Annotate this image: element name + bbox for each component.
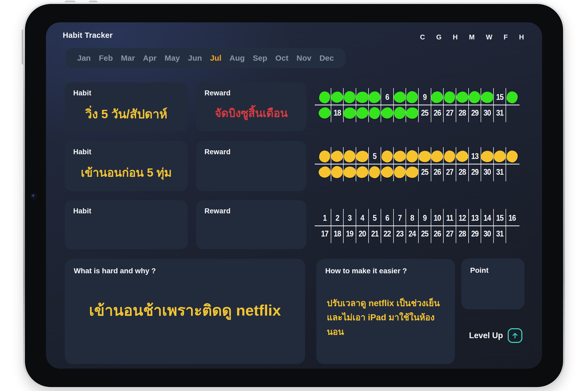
habit-1-calendar-day-8[interactable]	[406, 89, 418, 105]
habit-2-calendar-day-12[interactable]	[456, 148, 469, 164]
habit-1-calendar-day-14[interactable]	[481, 89, 494, 105]
habit-2-calendar-day-22[interactable]	[381, 164, 393, 180]
habit-2-calendar-day-27[interactable]: 27	[443, 164, 456, 180]
habit-3-calendar-day-8[interactable]: 8	[406, 210, 418, 226]
habit-2-calendar-day-1[interactable]	[318, 148, 331, 164]
habit-1-calendar-day-5[interactable]	[369, 89, 381, 105]
habit-1-calendar-day-10[interactable]	[431, 89, 444, 105]
tab-month-jul[interactable]: Jul	[210, 54, 221, 63]
habit-1-calendar-day-29[interactable]: 29	[469, 105, 481, 121]
habit-2-calendar-day-21[interactable]	[369, 164, 381, 180]
habit-2-calendar-day-8[interactable]	[406, 148, 418, 164]
habit-3-calendar-day-15[interactable]: 15	[494, 210, 506, 226]
nav-letter-1[interactable]: C	[420, 33, 425, 41]
habit-3-calendar-day-14[interactable]: 14	[481, 210, 494, 226]
habit-2-calendar-day-31[interactable]: 31	[494, 164, 506, 180]
habit-3-calendar-day-5[interactable]: 5	[369, 210, 381, 226]
reward-1-handwriting[interactable]: จัดบิงซูสิ้นเดือน	[200, 104, 302, 122]
habit-2-handwriting[interactable]: เข้านอนก่อน 5 ทุ่ม	[69, 163, 183, 182]
habit-3-calendar-day-1[interactable]: 1	[318, 210, 331, 226]
habit-1-calendar-day-22[interactable]	[381, 105, 393, 121]
level-up-button[interactable]: Level Up	[461, 328, 524, 343]
habit-2-calendar-day-23[interactable]	[393, 164, 406, 180]
tab-month-feb[interactable]: Feb	[99, 54, 113, 63]
habit-1-calendar-day-30[interactable]: 30	[481, 105, 494, 121]
habit-3-calendar-day-2[interactable]: 2	[331, 210, 344, 226]
habit-3-calendar-day-24[interactable]: 24	[406, 226, 418, 242]
habit-1-calendar-day-20[interactable]	[356, 105, 369, 121]
habit-2-calendar-day-10[interactable]	[431, 148, 444, 164]
habit-3-calendar-day-27[interactable]: 27	[443, 226, 456, 242]
habit-3-calendar-day-16[interactable]: 16	[506, 210, 518, 226]
habit-3-calendar-day-20[interactable]: 20	[356, 226, 369, 242]
tab-month-nov[interactable]: Nov	[297, 54, 312, 63]
habit-1-calendar-day-27[interactable]: 27	[443, 105, 456, 121]
tab-month-jun[interactable]: Jun	[188, 54, 202, 63]
habit-2-calendar-day-29[interactable]: 29	[469, 164, 481, 180]
habit-3-calendar-day-26[interactable]: 26	[431, 226, 444, 242]
habit-2-calendar-day-19[interactable]	[343, 164, 356, 180]
habit-2-calendar-day-4[interactable]	[356, 148, 369, 164]
tab-month-oct[interactable]: Oct	[275, 54, 288, 63]
habit-2-calendar-day-17[interactable]	[318, 164, 331, 180]
habit-3-calendar-day-29[interactable]: 29	[469, 226, 481, 242]
habit-1-calendar-day-21[interactable]	[369, 105, 381, 121]
habit-3-calendar-day-3[interactable]: 3	[343, 210, 356, 226]
habit-1-calendar-day-4[interactable]	[356, 89, 369, 105]
habit-1-calendar-day-24[interactable]	[406, 105, 418, 121]
habit-3-calendar-day-19[interactable]: 19	[343, 226, 356, 242]
habit-3-calendar-day-18[interactable]: 18	[331, 226, 344, 242]
habit-2-calendar-day-24[interactable]	[406, 164, 418, 180]
habit-2-calendar-day-18[interactable]	[331, 164, 344, 180]
habit-1-calendar-day-25[interactable]: 25	[418, 105, 431, 121]
habit-2-calendar-day-30[interactable]: 30	[481, 164, 494, 180]
nav-letter-2[interactable]: G	[436, 33, 442, 41]
habit-1-calendar-day-18[interactable]: 18	[331, 105, 344, 121]
habit-3-calendar-day-22[interactable]: 22	[381, 226, 393, 242]
tab-month-sep[interactable]: Sep	[253, 54, 267, 63]
habit-2-calendar-day-5[interactable]: 5	[369, 148, 381, 164]
habit-1-calendar-day-31[interactable]: 31	[494, 105, 506, 121]
habit-1-calendar-day-16[interactable]	[506, 89, 518, 105]
habit-2-calendar-day-6[interactable]	[381, 148, 393, 164]
habit-2-calendar-day-7[interactable]	[393, 148, 406, 164]
habit-1-calendar-day-28[interactable]: 28	[456, 105, 469, 121]
habit-3-calendar-day-7[interactable]: 7	[393, 210, 406, 226]
habit-1-handwriting[interactable]: วิ่ง 5 วัน/สัปดาห์	[69, 104, 183, 124]
nav-letter-3[interactable]: H	[453, 33, 458, 41]
habit-2-calendar-day-11[interactable]	[443, 148, 456, 164]
habit-1-calendar-day-26[interactable]: 26	[431, 105, 444, 121]
habit-2-calendar-day-13[interactable]: 13	[469, 148, 481, 164]
habit-2-calendar-day-16[interactable]	[506, 148, 518, 164]
habit-1-calendar-day-12[interactable]	[456, 89, 469, 105]
habit-3-calendar-day-9[interactable]: 9	[418, 210, 431, 226]
make-it-easier-handwriting[interactable]: ปรับเวลาดู netflix เป็นช่วงเย็น และไม่เอ…	[327, 296, 450, 339]
tab-month-jan[interactable]: Jan	[77, 54, 91, 63]
habit-2-calendar-day-15[interactable]	[494, 148, 506, 164]
habit-3-calendar-day-31[interactable]: 31	[494, 226, 506, 242]
habit-3-calendar-day-17[interactable]: 17	[318, 226, 331, 242]
nav-letter-5[interactable]: W	[486, 33, 492, 41]
habit-1-calendar-day-3[interactable]	[343, 89, 356, 105]
habit-3-calendar-day-6[interactable]: 6	[381, 210, 393, 226]
habit-2-calendar-day-2[interactable]	[331, 148, 344, 164]
habit-3-calendar-day-25[interactable]: 25	[418, 226, 431, 242]
habit-2-calendar-day-9[interactable]	[418, 148, 431, 164]
habit-1-calendar-day-23[interactable]	[393, 105, 406, 121]
tab-month-mar[interactable]: Mar	[121, 54, 135, 63]
habit-3-calendar-day-28[interactable]: 28	[456, 226, 469, 242]
habit-2-calendar-day-28[interactable]: 28	[456, 164, 469, 180]
habit-1-calendar-day-6[interactable]: 6	[381, 89, 393, 105]
habit-2-calendar-day-20[interactable]	[356, 164, 369, 180]
habit-2-calendar-day-14[interactable]	[481, 148, 494, 164]
habit-1-calendar-day-19[interactable]	[343, 105, 356, 121]
habit-1-calendar-day-13[interactable]	[469, 89, 481, 105]
nav-letter-6[interactable]: F	[503, 33, 508, 41]
habit-2-calendar-day-26[interactable]: 26	[431, 164, 444, 180]
tab-month-may[interactable]: May	[165, 54, 180, 63]
habit-1-calendar-day-7[interactable]	[393, 89, 406, 105]
habit-1-calendar-day-2[interactable]	[331, 89, 344, 105]
habit-3-calendar-day-23[interactable]: 23	[393, 226, 406, 242]
habit-1-calendar-day-17[interactable]	[318, 105, 331, 121]
tab-month-apr[interactable]: Apr	[143, 54, 157, 63]
